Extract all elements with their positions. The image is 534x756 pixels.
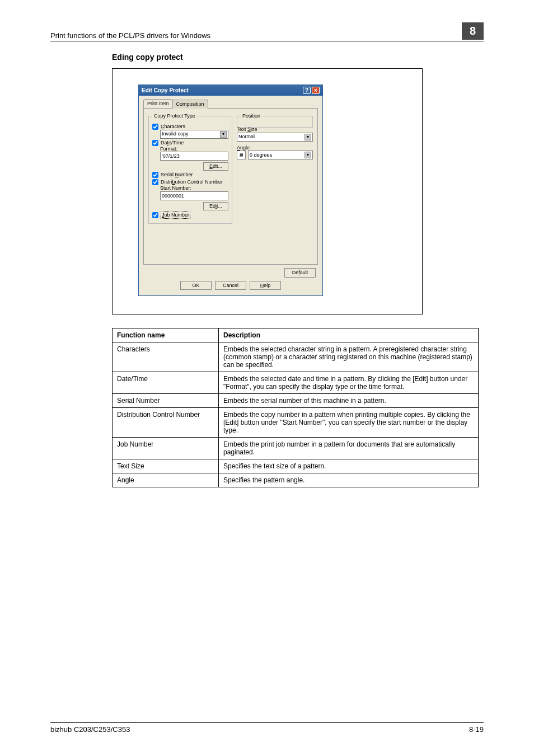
angle-icon: ▦ [237, 151, 246, 159]
footer-model: bizhub C203/C253/C353 [50, 725, 130, 734]
table-row: Date/TimeEmbeds the selected date and ti… [113, 372, 479, 394]
table-row: Text SizeSpecifies the text size of a pa… [113, 459, 479, 473]
datetime-checkbox[interactable] [152, 140, 158, 146]
angle-select[interactable]: 0 degrees ▾ [248, 151, 313, 159]
table-row: AngleSpecifies the pattern angle. [113, 473, 479, 487]
screenshot-container: Edit Copy Protect ? × Print Item Composi… [112, 68, 423, 314]
position-legend: Position [241, 113, 262, 119]
chevron-down-icon: ▾ [220, 131, 227, 138]
job-number-checkbox[interactable] [152, 212, 158, 218]
function-table: Function name Description CharactersEmbe… [112, 328, 479, 487]
table-header-desc: Description [219, 328, 479, 342]
angle-label: Angle [237, 145, 313, 151]
copy-protect-type-legend: Copy Protect Type [152, 113, 197, 119]
characters-label: Characters [161, 124, 185, 130]
ok-button[interactable]: OK [180, 281, 212, 290]
dialog-titlebar: Edit Copy Protect ? × [139, 85, 322, 96]
copy-protect-type-group: Copy Protect Type Characters Invalid cop… [148, 113, 232, 224]
dialog-title-text: Edit Copy Protect [142, 87, 189, 94]
table-row: Job NumberEmbeds the print job number in… [113, 438, 479, 459]
section-title: Eding copy protect [112, 53, 484, 62]
cancel-button[interactable]: Cancel [215, 281, 246, 290]
datetime-edit-button[interactable]: Edit... [203, 162, 228, 171]
distribution-checkbox[interactable] [152, 179, 158, 185]
footer-page: 8-19 [469, 725, 484, 734]
position-group: Position [237, 113, 313, 128]
table-row: CharactersEmbeds the selected character … [113, 342, 479, 372]
characters-select[interactable]: Invalid copy ▾ [160, 130, 228, 139]
format-value: '07/1/23 [162, 153, 180, 159]
table-row: Serial NumberEmbeds the serial number of… [113, 394, 479, 408]
serial-label: Serial Number [161, 172, 193, 178]
datetime-label: Date/Time [161, 140, 184, 146]
characters-value: Invalid copy [162, 131, 189, 137]
format-label: Format: [160, 146, 228, 152]
start-number-value: 00000001 [162, 193, 184, 199]
table-header-name: Function name [113, 328, 219, 342]
edit-copy-protect-dialog: Edit Copy Protect ? × Print Item Composi… [138, 84, 323, 296]
angle-value: 0 degrees [250, 152, 272, 158]
tab-print-item[interactable]: Print Item [143, 99, 173, 108]
breadcrumb: Print functions of the PCL/PS drivers fo… [50, 31, 210, 40]
help-button[interactable]: Help [250, 281, 281, 290]
serial-checkbox[interactable] [152, 172, 158, 178]
text-size-label: Text Size [237, 126, 313, 133]
text-size-value: Normal [238, 134, 255, 140]
start-number-label: Start Number: [160, 185, 228, 191]
help-icon[interactable]: ? [303, 87, 311, 94]
characters-checkbox[interactable] [152, 124, 158, 130]
text-size-select[interactable]: Normal ▾ [237, 133, 313, 142]
close-icon[interactable]: × [312, 87, 320, 94]
start-number-field[interactable]: 00000001 [160, 191, 228, 200]
tab-composition[interactable]: Composition [172, 100, 208, 109]
job-number-label: Job Number [161, 212, 190, 219]
table-row: Distribution Control NumberEmbeds the co… [113, 408, 479, 438]
chevron-down-icon: ▾ [305, 152, 311, 158]
chevron-down-icon: ▾ [305, 134, 311, 140]
distribution-edit-button[interactable]: Edit... [203, 202, 228, 210]
chapter-badge: 8 [462, 22, 484, 40]
distribution-label: Distribution Control Number [161, 179, 223, 185]
format-field[interactable]: '07/1/23 [160, 152, 228, 161]
default-button[interactable]: Default [284, 268, 316, 278]
